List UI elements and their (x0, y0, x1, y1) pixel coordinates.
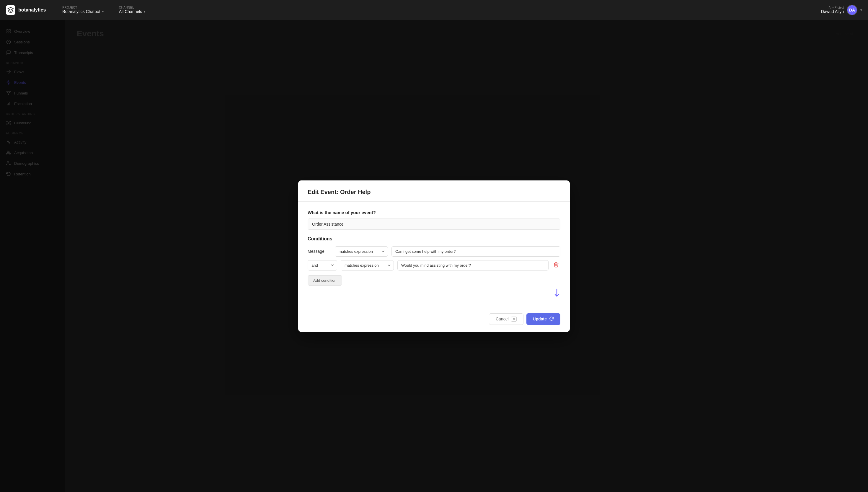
modal-header: Edit Event: Order Help (298, 180, 570, 202)
logo-text: botanalytics (18, 7, 46, 13)
refresh-icon (549, 316, 554, 322)
cancel-button[interactable]: Cancel ✕ (489, 313, 524, 325)
topnav: botanalytics Project Botanalytics Chatbo… (0, 0, 868, 20)
project-dropdown[interactable]: Project Botanalytics Chatbot ▾ (57, 6, 108, 14)
update-label: Update (533, 317, 547, 321)
down-arrow-area (308, 286, 560, 300)
project-chevron-icon: ▾ (102, 10, 104, 13)
add-condition-button[interactable]: Add condition (308, 275, 342, 286)
cancel-label: Cancel (496, 317, 509, 321)
project-label: Project (62, 6, 103, 9)
user-name: Dawud Aliyu (821, 9, 844, 14)
modal-body: What is the name of your event? Conditio… (298, 202, 570, 309)
condition-row-first: Message matches expression contains equa… (308, 246, 560, 256)
update-button[interactable]: Update (527, 313, 560, 325)
modal-footer: Cancel ✕ Update (298, 309, 570, 332)
condition-first-value-input[interactable] (391, 246, 560, 256)
logo-icon (6, 5, 15, 15)
modal-overlay: Edit Event: Order Help What is the name … (0, 20, 868, 492)
condition-message-label: Message (308, 249, 331, 254)
avatar: DA (847, 5, 858, 15)
event-name-label: What is the name of your event? (308, 210, 560, 215)
condition-first-operator-select[interactable]: matches expression contains equals start… (335, 246, 388, 256)
channel-chevron-icon: ▾ (144, 10, 145, 13)
delete-condition-button[interactable] (552, 260, 560, 271)
user-area: Any Project Dawud Aliyu DA ▾ (821, 5, 862, 15)
edit-event-modal: Edit Event: Order Help What is the name … (298, 180, 570, 332)
condition-second-operator-select[interactable]: matches expression contains equals start… (341, 260, 394, 271)
channel-dropdown[interactable]: Channel All Channels ▾ (114, 6, 150, 14)
down-arrow-icon (553, 289, 560, 297)
trash-icon (553, 261, 559, 269)
condition-second-value-input[interactable] (398, 260, 548, 271)
connector-select[interactable]: and or (308, 260, 337, 271)
channel-label: Channel (119, 6, 146, 9)
user-chevron-icon: ▾ (860, 8, 862, 12)
modal-title: Edit Event: Order Help (308, 189, 560, 196)
project-value: Botanalytics Chatbot (62, 9, 100, 14)
user-role: Any Project (821, 6, 844, 9)
connector-row: and or matches expression contains equal… (308, 260, 560, 271)
conditions-section-title: Conditions (308, 236, 560, 242)
event-name-input[interactable] (308, 219, 560, 230)
cancel-x-icon: ✕ (511, 317, 517, 322)
logo-area: botanalytics (6, 5, 46, 15)
channel-value: All Channels (119, 9, 142, 14)
